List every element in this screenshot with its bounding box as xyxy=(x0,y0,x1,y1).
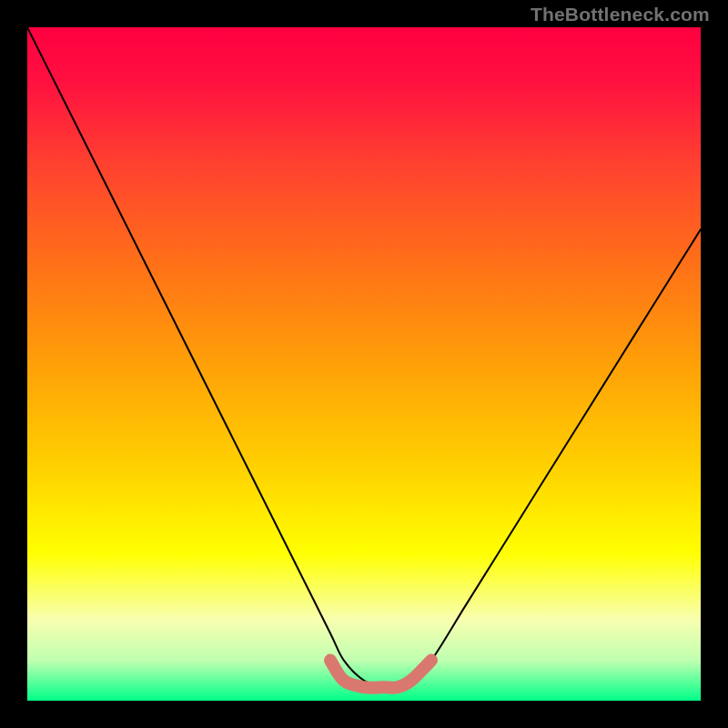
optimal-band xyxy=(330,661,431,688)
watermark-text: TheBottleneck.com xyxy=(531,4,710,25)
plot-area xyxy=(27,27,701,701)
curve-layer xyxy=(27,27,701,701)
chart-frame: TheBottleneck.com xyxy=(0,0,728,728)
bottleneck-curve xyxy=(27,27,701,688)
